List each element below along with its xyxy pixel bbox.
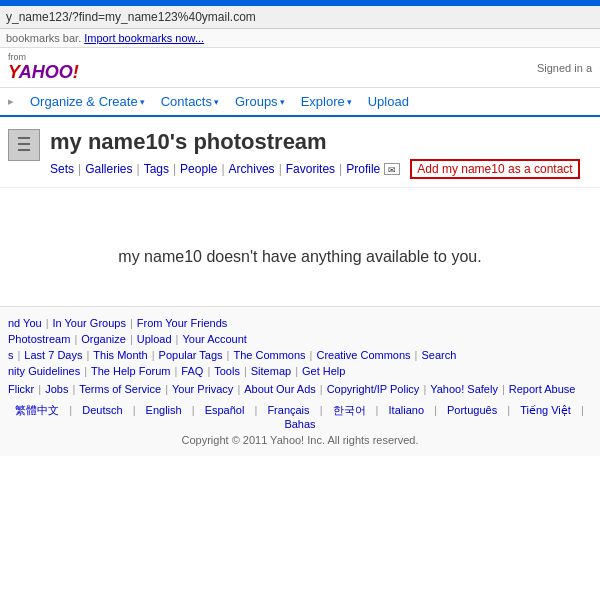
footer-link-sitemap[interactable]: Sitemap — [251, 365, 291, 377]
lang-spanish[interactable]: Español — [205, 404, 245, 416]
footer-link-get-help[interactable]: Get Help — [302, 365, 345, 377]
avatar — [8, 129, 40, 161]
footer-link-search[interactable]: Search — [421, 349, 456, 361]
lang-korean[interactable]: 한국어 — [333, 404, 366, 416]
footer-link-nity-guidelines[interactable]: nity Guidelines — [8, 365, 80, 377]
footer-link-nd-you[interactable]: nd You — [8, 317, 42, 329]
footer-link-organize[interactable]: Organize — [81, 333, 126, 345]
profile-nav-profile[interactable]: Profile — [346, 162, 380, 176]
svg-rect-2 — [18, 143, 30, 145]
footer-row-2: Photostream | Organize | Upload | Your A… — [8, 333, 592, 345]
footer-link-the-commons[interactable]: The Commons — [233, 349, 305, 361]
import-bookmarks-link[interactable]: Import bookmarks now... — [84, 32, 204, 44]
footer-link-terms-of-service[interactable]: Terms of Service — [79, 383, 161, 395]
nav-organize-create[interactable]: Organize & Create ▾ — [30, 94, 145, 109]
lang-portuguese[interactable]: Português — [447, 404, 497, 416]
lang-italian[interactable]: Italiano — [389, 404, 424, 416]
footer-link-report-abuse[interactable]: Report Abuse — [509, 383, 576, 395]
nav-bullet: ▸ — [8, 95, 14, 108]
lang-german[interactable]: Deutsch — [82, 404, 122, 416]
nav-explore[interactable]: Explore ▾ — [301, 94, 352, 109]
empty-message: my name10 doesn't have anything availabl… — [118, 248, 481, 265]
profile-nav-favorites[interactable]: Favorites — [286, 162, 335, 176]
footer-link-popular-tags[interactable]: Popular Tags — [159, 349, 223, 361]
footer-link-copyright-ip[interactable]: Copyright/IP Policy — [327, 383, 420, 395]
signed-in-text: Signed in a — [537, 62, 592, 74]
contacts-arrow: ▾ — [214, 97, 219, 107]
explore-arrow: ▾ — [347, 97, 352, 107]
bookmarks-bar: bookmarks bar. Import bookmarks now... — [0, 29, 600, 48]
lang-bahasa[interactable]: Bahas — [284, 418, 315, 430]
profile-nav-archives[interactable]: Archives — [229, 162, 275, 176]
footer-link-in-your-groups[interactable]: In Your Groups — [53, 317, 126, 329]
footer-link-photostream[interactable]: Photostream — [8, 333, 70, 345]
footer-row-4: nity Guidelines | The Help Forum | FAQ |… — [8, 365, 592, 377]
nav-upload[interactable]: Upload — [368, 94, 409, 109]
footer-link-flickr[interactable]: Flickr — [8, 383, 34, 395]
footer-link-from-your-friends[interactable]: From Your Friends — [137, 317, 227, 329]
footer-link-creative-commons[interactable]: Creative Commons — [316, 349, 410, 361]
nav-contacts[interactable]: Contacts ▾ — [161, 94, 219, 109]
footer-row-5: Flickr | Jobs | Terms of Service | Your … — [8, 383, 592, 395]
groups-arrow: ▾ — [280, 97, 285, 107]
footer-link-faq[interactable]: FAQ — [181, 365, 203, 377]
footer: nd You | In Your Groups | From Your Frie… — [0, 306, 600, 456]
profile-nav-sets[interactable]: Sets — [50, 162, 74, 176]
lang-english[interactable]: English — [146, 404, 182, 416]
footer-languages: 繁體中文 | Deutsch | English | Español | Fra… — [8, 403, 592, 430]
footer-row-3: s | Last 7 Days | This Month | Popular T… — [8, 349, 592, 361]
organize-create-arrow: ▾ — [140, 97, 145, 107]
lang-traditional-chinese[interactable]: 繁體中文 — [15, 404, 59, 416]
footer-row-1: nd You | In Your Groups | From Your Frie… — [8, 317, 592, 329]
yahoo-header: from YAHOO! Signed in a — [0, 48, 600, 88]
footer-link-this-month[interactable]: This Month — [93, 349, 147, 361]
address-bar: y_name123/?find=my_name123%40ymail.com — [0, 6, 600, 29]
footer-link-jobs[interactable]: Jobs — [45, 383, 68, 395]
footer-link-your-privacy[interactable]: Your Privacy — [172, 383, 233, 395]
profile-nav-people[interactable]: People — [180, 162, 217, 176]
svg-rect-1 — [18, 137, 30, 139]
add-contact-button[interactable]: Add my name10 as a contact — [410, 159, 579, 179]
profile-nav-tags[interactable]: Tags — [144, 162, 169, 176]
lang-vietnamese[interactable]: Tiếng Việt — [520, 404, 571, 416]
profile-nav: Sets | Galleries | Tags | People | Archi… — [50, 159, 592, 179]
footer-link-your-account[interactable]: Your Account — [182, 333, 246, 345]
mail-icon[interactable]: ✉ — [384, 163, 400, 175]
footer-link-tools[interactable]: Tools — [214, 365, 240, 377]
bookmarks-label: bookmarks bar. — [6, 32, 81, 44]
footer-link-yahoo-safely[interactable]: Yahoo! Safely — [430, 383, 498, 395]
footer-copyright: Copyright © 2011 Yahoo! Inc. All rights … — [8, 434, 592, 446]
profile-section: my name10's photostream Sets | Galleries… — [0, 117, 600, 188]
footer-link-s[interactable]: s — [8, 349, 14, 361]
footer-link-about-our-ads[interactable]: About Our Ads — [244, 383, 316, 395]
profile-nav-galleries[interactable]: Galleries — [85, 162, 132, 176]
nav-groups[interactable]: Groups ▾ — [235, 94, 285, 109]
footer-link-upload[interactable]: Upload — [137, 333, 172, 345]
main-content: my name10 doesn't have anything availabl… — [0, 188, 600, 306]
address-url: y_name123/?find=my_name123%40ymail.com — [6, 10, 256, 24]
svg-rect-3 — [18, 149, 30, 151]
photostream-title: my name10's photostream — [50, 129, 592, 155]
profile-info: my name10's photostream Sets | Galleries… — [50, 129, 592, 179]
from-text: from — [8, 52, 26, 62]
lang-french[interactable]: Français — [267, 404, 309, 416]
yahoo-logo-area: from YAHOO! — [8, 52, 79, 83]
profile-header: my name10's photostream Sets | Galleries… — [8, 129, 592, 179]
yahoo-logo: YAHOO! — [8, 62, 79, 83]
footer-link-help-forum[interactable]: The Help Forum — [91, 365, 170, 377]
nav-bar: ▸ Organize & Create ▾ Contacts ▾ Groups … — [0, 88, 600, 117]
footer-link-last-7-days[interactable]: Last 7 Days — [24, 349, 82, 361]
